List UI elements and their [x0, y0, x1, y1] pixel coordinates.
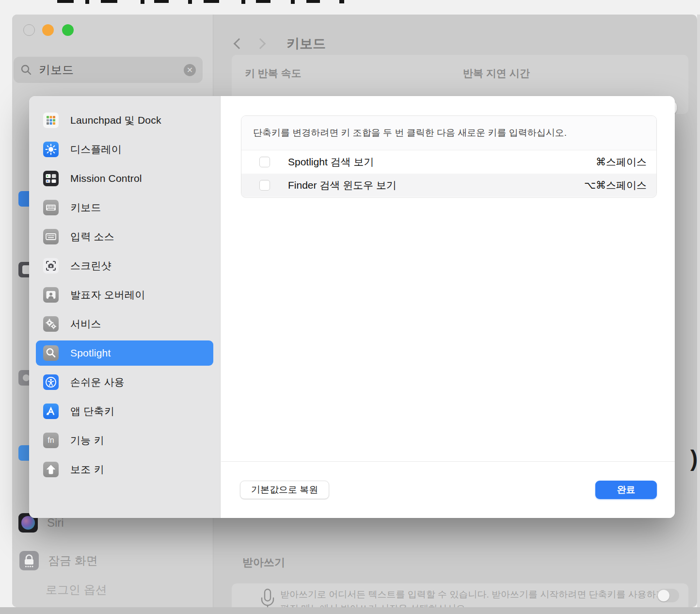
sidebar-item-label: Spotlight	[70, 347, 111, 359]
accessibility-icon	[43, 374, 59, 390]
sidebar-item-label: 키보드	[70, 201, 101, 214]
done-button[interactable]: 완료	[595, 481, 657, 499]
sidebar-item-input-sources[interactable]: 입력 소스	[36, 224, 213, 249]
spotlight-icon	[43, 345, 59, 361]
sidebar-item-presenter-overlay[interactable]: 발표자 오버레이	[36, 282, 213, 307]
repeat-delay-label: 반복 지연 시간	[463, 66, 530, 80]
fn-key-icon: fn	[43, 433, 59, 448]
minimize-button[interactable]	[42, 24, 54, 36]
shortcuts-sidebar: Launchpad 및 Dock 디스플레이	[29, 96, 221, 518]
backdrop-right-strip	[697, 15, 700, 607]
zoom-button[interactable]	[62, 24, 74, 36]
presenter-overlay-icon	[43, 287, 59, 303]
display-icon	[43, 142, 59, 157]
footer-divider	[221, 461, 675, 462]
sidebar-item-label: 발표자 오버레이	[70, 288, 145, 302]
backdrop-bottom-strip	[0, 607, 700, 614]
sidebar-item-app-shortcuts[interactable]: 앱 단축키	[36, 399, 213, 424]
sidebar-item-label: Siri	[47, 516, 64, 530]
checkbox-finder-search[interactable]	[259, 180, 270, 191]
sidebar-item-label: 입력 소스	[70, 230, 114, 243]
dictation-title: 받아쓰기	[242, 555, 285, 570]
sidebar-item-label: Mission Control	[70, 173, 142, 184]
sidebar-item-launchpad-dock[interactable]: Launchpad 및 Dock	[36, 108, 213, 133]
spotlight-shortcuts-card: 단축키를 변경하려면 키 조합을 두 번 클릭한 다음 새로운 키를 입력하십시…	[241, 115, 657, 198]
keyboard-shortcuts-sheet: Launchpad 및 Dock 디스플레이	[29, 96, 675, 518]
sidebar-item-lock-screen[interactable]: 잠금 화면	[19, 551, 98, 570]
sidebar-item-mission-control[interactable]: Mission Control	[36, 166, 213, 191]
back-icon[interactable]	[234, 38, 245, 49]
shortcut-row-finder-search[interactable]: Finder 검색 윈도우 보기 ⌥⌘스페이스	[241, 174, 656, 197]
restore-defaults-button[interactable]: 기본값으로 복원	[240, 481, 329, 499]
checkbox-spotlight-search[interactable]	[259, 157, 270, 167]
key-repeat-label: 키 반복 속도	[245, 66, 302, 80]
search-field[interactable]: ✕	[14, 57, 203, 83]
dictation-card: 받아쓰기로 어디서든 텍스트를 입력할 수 있습니다. 받아쓰기를 시작하려면 …	[232, 583, 688, 607]
instruction-text: 단축키를 변경하려면 키 조합을 두 번 클릭한 다음 새로운 키를 입력하십시…	[241, 116, 656, 150]
microphone-icon	[259, 588, 276, 607]
sidebar-item-label: 손쉬운 사용	[70, 375, 125, 389]
sidebar-item-services[interactable]: 서비스	[36, 311, 213, 337]
screenshot-icon	[43, 258, 59, 274]
search-input[interactable]	[39, 63, 175, 77]
sidebar-item-label: 잠금 화면	[48, 553, 98, 568]
sidebar-item-label: 앱 단축키	[70, 404, 114, 418]
sidebar-item-label: 서비스	[70, 317, 101, 331]
keyboard-icon	[43, 200, 59, 215]
sidebar-item-spotlight[interactable]: Spotlight	[36, 340, 213, 366]
screen: ✕ Siri 잠금 화면 로그인 옵션 키보드	[0, 0, 700, 614]
sidebar-item-login-options[interactable]: 로그인 옵션	[46, 582, 107, 598]
sidebar-item-accessibility[interactable]: 손쉬운 사용	[36, 370, 213, 395]
shortcut-keys[interactable]: ⌥⌘스페이스	[584, 178, 647, 192]
sidebar-item-function-keys[interactable]: fn 기능 키	[36, 428, 213, 453]
shortcuts-panel: 단축키를 변경하려면 키 조합을 두 번 클릭한 다음 새로운 키를 입력하십시…	[221, 96, 675, 518]
sidebar-item-label: 스크린샷	[70, 259, 111, 273]
mission-control-icon	[43, 171, 59, 186]
sidebar-item-label: Launchpad 및 Dock	[70, 113, 161, 127]
dictation-description: 받아쓰기로 어디서든 텍스트를 입력할 수 있습니다. 받아쓰기를 시작하려면 …	[280, 587, 678, 607]
sidebar-item-display[interactable]: 디스플레이	[36, 137, 213, 162]
sidebar-item-label: 디스플레이	[70, 143, 122, 156]
shift-key-icon	[43, 462, 59, 477]
search-icon	[20, 64, 32, 76]
shortcut-label: Spotlight 검색 보기	[288, 155, 374, 169]
shortcut-label: Finder 검색 윈도우 보기	[288, 178, 397, 192]
sidebar-item-label: 기능 키	[70, 434, 104, 447]
page-title: 키보드	[286, 35, 326, 52]
clear-search-icon[interactable]: ✕	[184, 64, 196, 76]
lock-icon	[19, 551, 39, 570]
input-source-icon	[43, 229, 59, 244]
sidebar-item-modifier-keys[interactable]: 보조 키	[36, 457, 213, 482]
dictation-toggle[interactable]	[657, 589, 679, 602]
close-button[interactable]	[23, 24, 35, 36]
sidebar-item-label: 보조 키	[70, 463, 104, 476]
shortcut-keys[interactable]: ⌘스페이스	[596, 155, 647, 169]
forward-icon[interactable]	[255, 38, 266, 49]
sidebar-item-keyboard[interactable]: 키보드	[36, 195, 213, 220]
launchpad-icon	[43, 113, 59, 128]
app-store-icon	[43, 404, 59, 419]
shortcut-row-spotlight-search[interactable]: Spotlight 검색 보기 ⌘스페이스	[241, 150, 656, 174]
services-icon	[43, 316, 59, 332]
sidebar-item-screenshots[interactable]: 스크린샷	[36, 253, 213, 278]
